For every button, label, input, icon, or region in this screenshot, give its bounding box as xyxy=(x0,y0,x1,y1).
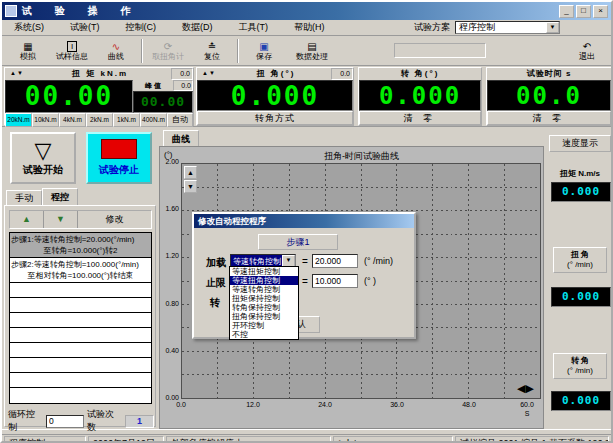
menu-tools[interactable]: 工具(T) xyxy=(239,21,269,34)
dropdown-item[interactable]: 扭矩保持控制 xyxy=(230,294,298,303)
twist-display-panel: ▲▼ 扭 角(°) 0.0 0.000 转角方式 xyxy=(196,67,354,126)
sample-info-button[interactable]: I 试样信息 xyxy=(50,37,94,65)
step-row-1[interactable]: 步骤1:等速转角控制=20.000(°/min) 至转角=10.000(°)转2 xyxy=(10,233,151,258)
data-process-button[interactable]: ▤ 数据处理 xyxy=(286,37,338,65)
step-row-2[interactable]: 步骤2:等速转角控制=100.000(°/min) 至相对转角=100.000(… xyxy=(10,258,151,283)
limit-value-input[interactable] xyxy=(312,274,358,288)
dropdown-item[interactable]: 等速转角控制 xyxy=(230,285,298,294)
dialog-title-bar[interactable]: 修改自动程控程序 xyxy=(194,214,414,228)
sample-info-icon: I xyxy=(67,41,77,52)
step-row-empty[interactable] xyxy=(10,313,151,328)
step-row-empty[interactable] xyxy=(10,373,151,388)
start-test-button[interactable]: ▽ 试验开始 xyxy=(10,132,76,184)
rotation-clear-button[interactable]: 清 零 xyxy=(359,111,481,125)
speed-display-header[interactable]: 速度显示 xyxy=(549,135,611,152)
scheme-value: 程序控制 xyxy=(456,21,546,34)
torque-display-panel: ▲▼ 扭 矩 kN.m 0.0 00.00 峰 值 0.0 00.00 20kN… xyxy=(4,67,194,126)
time-lcd: 00.0 xyxy=(487,80,611,111)
app-icon xyxy=(5,5,17,17)
twist-corner-value: 0.0 xyxy=(331,68,353,80)
dropdown-item[interactable]: 转角保持控制 xyxy=(230,303,298,312)
torque-lcd: 00.00 xyxy=(5,80,133,113)
range-20knm-button[interactable]: 20kN.m xyxy=(5,113,32,127)
main-area: ▽ 试验开始 试验停止 手动程控 ▲ ▼ 修改 步骤1:等速转角控制=20.00… xyxy=(2,127,611,429)
torque-spin-icons[interactable]: ▲▼ xyxy=(5,68,29,80)
program-control-panel: ▲ ▼ 修改 步骤1:等速转角控制=20.000(°/min) 至转角=10.0… xyxy=(4,205,156,427)
simulate-button[interactable]: ▦ 模拟 xyxy=(6,37,50,65)
load-value-input[interactable] xyxy=(312,254,358,268)
range-10knm-button[interactable]: 10kN.m xyxy=(32,113,59,127)
close-button[interactable]: × xyxy=(593,5,608,18)
range-400nm-button[interactable]: 400N.m xyxy=(140,113,167,127)
step-row-empty[interactable] xyxy=(10,343,151,358)
reset-icon: ≛ xyxy=(208,41,216,52)
data-process-icon: ▤ xyxy=(307,41,316,52)
status-date: 2006年7月19日 xyxy=(88,436,164,443)
y-tick: 1.60 xyxy=(160,205,179,212)
loop-control-input[interactable] xyxy=(46,415,84,428)
chart-title: 扭角-时间试验曲线 xyxy=(190,150,533,163)
exit-button[interactable]: ↶ 退出 xyxy=(567,37,607,65)
menu-help[interactable]: 帮助(H) xyxy=(294,21,325,34)
dropdown-item[interactable]: 不控 xyxy=(230,330,298,339)
range-4knm-button[interactable]: 4kN.m xyxy=(59,113,86,127)
scheme-combobox[interactable]: 程序控制 ▼ xyxy=(455,21,560,34)
range-1knm-button[interactable]: 1kN.m xyxy=(113,113,140,127)
limit-label: 止限 xyxy=(206,276,226,290)
rotation-title: 转 角(°) xyxy=(359,68,481,80)
stop-test-button[interactable]: 试验停止 xyxy=(86,132,152,184)
dropdown-item[interactable]: 等速扭矩控制 xyxy=(230,267,298,276)
x-tick: 0.0 xyxy=(166,401,196,408)
twist-spin-icons[interactable]: ▲▼ xyxy=(197,68,221,80)
x-tick: 12.0 xyxy=(238,401,268,408)
modify-button[interactable]: 修改 xyxy=(78,211,151,228)
plot-scroll-left-right-icons[interactable]: ◀▶ xyxy=(517,383,534,394)
y-tick: 1.20 xyxy=(160,252,179,259)
step-row-empty[interactable] xyxy=(10,283,151,298)
menu-data[interactable]: 数据(D) xyxy=(182,21,213,34)
menu-system[interactable]: 系统(S) xyxy=(14,21,44,34)
save-button[interactable]: ▣ 保存 xyxy=(242,37,286,65)
plot-scroll-up-button[interactable]: ▲ xyxy=(184,166,197,179)
speed-twist-label: 扭 角 xyxy=(554,250,606,260)
start-triangle-icon: ▽ xyxy=(35,139,52,163)
range-auto-button[interactable]: 自动 xyxy=(167,113,193,127)
status-file: *.dat xyxy=(333,436,453,443)
y-tick: 0.00 xyxy=(160,394,179,401)
dropdown-item[interactable]: 开环控制 xyxy=(230,321,298,330)
step-row-empty[interactable] xyxy=(10,328,151,343)
range-2knm-button[interactable]: 2kN.m xyxy=(86,113,113,127)
curve-button[interactable]: ∿ 曲线 xyxy=(94,37,138,65)
rotation-mode-button[interactable]: 转角方式 xyxy=(197,111,353,125)
twist-title: 扭 角(°) xyxy=(221,68,331,80)
menu-test[interactable]: 试验(T) xyxy=(70,21,100,34)
maximize-button[interactable]: □ xyxy=(576,5,591,18)
step1-button[interactable]: 步骤1 xyxy=(258,234,338,250)
step-up-arrow-button[interactable]: ▲ xyxy=(10,211,44,228)
time-clear-button[interactable]: 清 零 xyxy=(487,111,611,125)
program-steps-list: 步骤1:等速转角控制=20.000(°/min) 至转角=10.000(°)转2… xyxy=(9,232,152,404)
minimize-button[interactable]: _ xyxy=(559,5,574,18)
step-row-empty[interactable] xyxy=(10,298,151,313)
curve-icon: ∿ xyxy=(112,41,120,52)
tab-manual[interactable]: 手动 xyxy=(6,190,42,206)
step-down-arrow-button[interactable]: ▼ xyxy=(44,211,78,228)
status-bar: 程序控制 2006年7月19日 外部急停按钮停止 *.dat 试样编号 0001… xyxy=(2,435,611,443)
y-tick: 2.00 xyxy=(160,158,179,165)
plot-scroll-down-button[interactable]: ▼ xyxy=(184,180,197,193)
window-title: 试 验 操 作 xyxy=(22,4,140,18)
menu-control[interactable]: 控制(C) xyxy=(126,21,157,34)
time-display-panel: 试验时间 s 00.0 清 零 xyxy=(486,67,612,126)
speed-twist-lcd: 0.000 xyxy=(551,287,611,307)
tab-program[interactable]: 程控 xyxy=(42,188,78,206)
torque-title: 扭 矩 kN.m xyxy=(29,68,171,80)
dropdown-item[interactable]: 扭角保持控制 xyxy=(230,312,298,321)
status-sample: 试样编号 0001 编号 1 截面系数 196.35mm^3 xyxy=(455,436,609,443)
chevron-down-icon[interactable]: ▼ xyxy=(546,22,559,33)
step-row-empty[interactable] xyxy=(10,358,151,373)
x-tick: 48.0 xyxy=(454,401,484,408)
reset-button[interactable]: ≛ 复位 xyxy=(190,37,234,65)
dropdown-item-selected[interactable]: 等速扭角控制 xyxy=(230,276,298,285)
modify-program-dialog: 修改自动程控程序 步骤1 加载 等速转角控制 ▼ = (° /min) 止限 =… xyxy=(192,212,416,339)
title-bar: 试 验 操 作 _ □ × xyxy=(2,2,611,20)
